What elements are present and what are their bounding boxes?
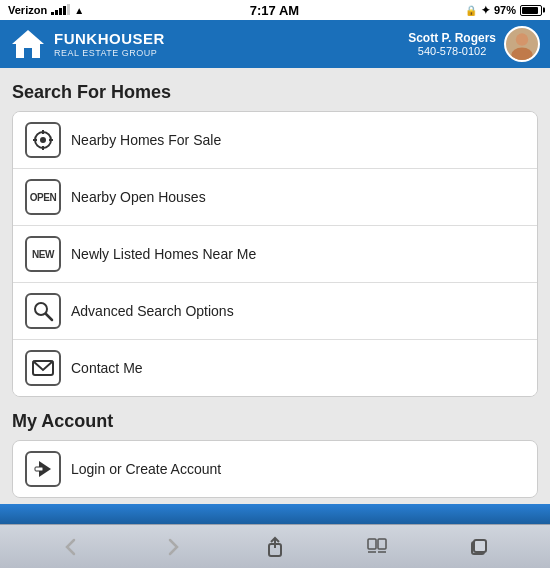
login-label: Login or Create Account — [71, 461, 221, 477]
svg-point-3 — [511, 48, 532, 62]
advanced-search-icon — [25, 293, 61, 329]
nearby-homes-label: Nearby Homes For Sale — [71, 132, 221, 148]
time-label: 7:17 AM — [250, 3, 299, 18]
svg-line-11 — [46, 314, 52, 320]
battery-icon — [520, 5, 542, 16]
agent-phone: 540-578-0102 — [408, 45, 496, 57]
account-menu-list: Login or Create Account — [12, 440, 538, 498]
brand-sub: REAL ESTATE GROUP — [54, 48, 165, 59]
search-menu-list: Nearby Homes For Sale OPEN Nearby Open H… — [12, 111, 538, 397]
lock-icon: 🔒 — [465, 5, 477, 16]
ios-toolbar — [0, 524, 550, 568]
contact-item[interactable]: Contact Me — [13, 340, 537, 396]
carrier-label: Verizon — [8, 4, 47, 16]
agent-info: Scott P. Rogers 540-578-0102 — [408, 31, 496, 57]
login-item[interactable]: Login or Create Account — [13, 441, 537, 497]
login-icon — [25, 451, 61, 487]
nearby-homes-item[interactable]: Nearby Homes For Sale — [13, 112, 537, 169]
svg-rect-22 — [474, 540, 486, 552]
brand-area: FUNKHOUSER REAL ESTATE GROUP — [10, 26, 165, 62]
agent-name: Scott P. Rogers — [408, 31, 496, 45]
bottom-accent-bar — [0, 504, 550, 524]
tabs-button[interactable] — [459, 529, 499, 565]
svg-rect-17 — [368, 539, 376, 549]
status-left: Verizon ▲ — [8, 4, 84, 16]
app-header: FUNKHOUSER REAL ESTATE GROUP Scott P. Ro… — [0, 20, 550, 68]
new-listings-item[interactable]: NEW Newly Listed Homes Near Me — [13, 226, 537, 283]
open-houses-icon: OPEN — [25, 179, 61, 215]
agent-area: Scott P. Rogers 540-578-0102 — [408, 26, 540, 62]
main-content: Search For Homes Nearby Homes For Sale O… — [0, 68, 550, 504]
status-bar: Verizon ▲ 7:17 AM 🔒 ✦ 97% — [0, 0, 550, 20]
signal-icon — [51, 5, 70, 15]
account-section-title: My Account — [12, 411, 538, 432]
battery-label: 97% — [494, 4, 516, 16]
svg-rect-18 — [378, 539, 386, 549]
brand-logo — [10, 26, 46, 62]
svg-rect-1 — [24, 48, 32, 58]
svg-rect-14 — [35, 467, 43, 471]
forward-button[interactable] — [153, 529, 193, 565]
advanced-search-label: Advanced Search Options — [71, 303, 234, 319]
svg-point-5 — [40, 137, 46, 143]
contact-icon — [25, 350, 61, 386]
status-right: 🔒 ✦ 97% — [465, 4, 542, 17]
nearby-homes-icon — [25, 122, 61, 158]
brand-text: FUNKHOUSER REAL ESTATE GROUP — [54, 30, 165, 59]
agent-photo — [504, 26, 540, 62]
back-button[interactable] — [51, 529, 91, 565]
advanced-search-item[interactable]: Advanced Search Options — [13, 283, 537, 340]
share-button[interactable] — [255, 529, 295, 565]
contact-label: Contact Me — [71, 360, 143, 376]
open-houses-item[interactable]: OPEN Nearby Open Houses — [13, 169, 537, 226]
wifi-icon: ▲ — [74, 5, 84, 16]
brand-name: FUNKHOUSER — [54, 30, 165, 48]
new-listings-label: Newly Listed Homes Near Me — [71, 246, 256, 262]
bookmarks-button[interactable] — [357, 529, 397, 565]
search-section-title: Search For Homes — [12, 82, 538, 103]
open-houses-label: Nearby Open Houses — [71, 189, 206, 205]
bluetooth-icon: ✦ — [481, 4, 490, 17]
new-listings-icon: NEW — [25, 236, 61, 272]
svg-point-2 — [516, 33, 528, 45]
